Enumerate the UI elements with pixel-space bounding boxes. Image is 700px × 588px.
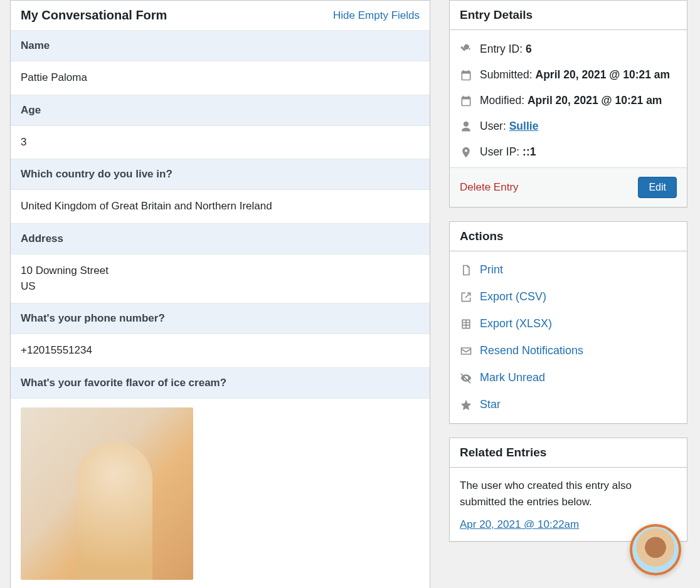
- field-value-phone: +12015551234: [11, 334, 430, 367]
- edit-button[interactable]: Edit: [638, 177, 677, 198]
- export-xlsx-action[interactable]: Export (XLSX): [460, 310, 677, 337]
- field-label-flavor: What's your favorite flavor of ice cream…: [11, 367, 430, 399]
- field-label-name: Name: [11, 30, 430, 61]
- resend-notifications-action[interactable]: Resend Notifications: [460, 337, 677, 364]
- field-value-name: Pattie Paloma: [11, 61, 430, 95]
- field-label-address: Address: [11, 223, 430, 255]
- file-icon: [460, 264, 472, 276]
- entry-details-panel: Entry Details Entry ID: 6 Submitted: Apr…: [449, 0, 687, 207]
- field-value-flavor: Vanilla: [11, 399, 430, 588]
- entry-details-title: Entry Details: [450, 1, 687, 29]
- field-label-phone: What's your phone number?: [11, 303, 430, 334]
- export-csv-action[interactable]: Export (CSV): [460, 283, 677, 310]
- ip-row: User IP: ::1: [460, 139, 677, 165]
- form-title: My Conversational Form: [21, 8, 167, 23]
- mail-icon: [460, 345, 472, 357]
- field-label-country: Which country do you live in?: [11, 159, 430, 190]
- actions-title: Actions: [450, 222, 687, 251]
- field-value-address: 10 Downing Street US: [11, 255, 430, 303]
- calendar-icon: [460, 69, 472, 81]
- submitted-row: Submitted: April 20, 2021 @ 10:21 am: [460, 62, 677, 88]
- print-action[interactable]: Print: [460, 256, 677, 283]
- form-entry-panel: My Conversational Form Hide Empty Fields…: [10, 0, 430, 588]
- eye-slash-icon: [460, 372, 472, 384]
- flavor-image: [21, 407, 193, 580]
- form-header: My Conversational Form Hide Empty Fields: [11, 1, 430, 30]
- star-icon: [460, 399, 472, 411]
- related-entry-link[interactable]: Apr 20, 2021 @ 10:22am: [460, 518, 579, 530]
- mark-unread-action[interactable]: Mark Unread: [460, 364, 677, 391]
- calendar-icon: [460, 95, 472, 107]
- user-icon: [460, 120, 472, 133]
- field-label-age: Age: [11, 95, 430, 126]
- hide-empty-fields-link[interactable]: Hide Empty Fields: [333, 9, 420, 22]
- actions-panel: Actions Print Export (CSV) Export (XLSX)…: [449, 221, 687, 424]
- modified-row: Modified: April 20, 2021 @ 10:21 am: [460, 88, 677, 113]
- star-action[interactable]: Star: [460, 391, 677, 418]
- export-icon: [460, 291, 472, 303]
- user-link[interactable]: Sullie: [509, 120, 539, 132]
- key-icon: [460, 43, 472, 56]
- help-mascot-button[interactable]: [630, 524, 681, 575]
- field-value-country: United Kingdom of Great Britain and Nort…: [11, 190, 430, 223]
- spreadsheet-icon: [460, 318, 472, 330]
- location-icon: [460, 146, 472, 159]
- user-row: User: Sullie: [460, 113, 677, 139]
- delete-entry-link[interactable]: Delete Entry: [460, 181, 519, 194]
- entry-id-row: Entry ID: 6: [460, 36, 677, 62]
- related-title: Related Entries: [450, 438, 687, 467]
- field-value-age: 3: [11, 126, 430, 159]
- related-description: The user who created this entry also sub…: [460, 478, 677, 510]
